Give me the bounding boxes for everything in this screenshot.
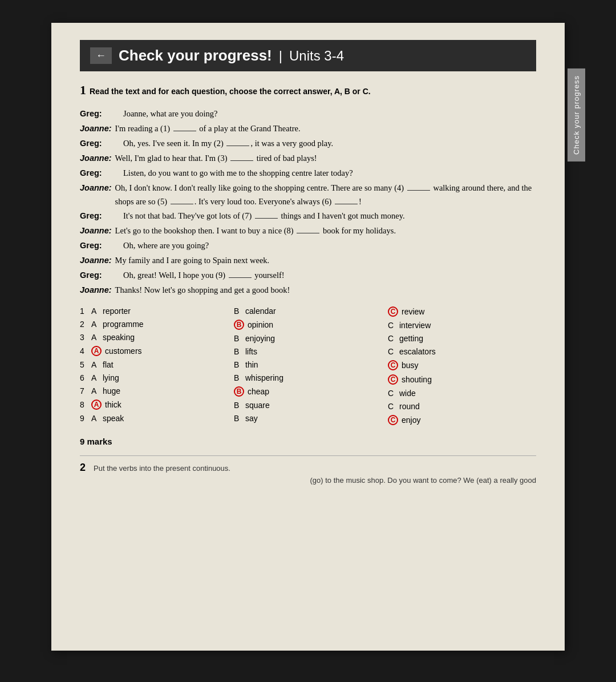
answer-row: C interview bbox=[388, 320, 536, 331]
dialogue: Greg: Joanne, what are you doing? Joanne… bbox=[80, 107, 536, 297]
dialogue-line: Joanne: Let's go to the bookshop then. I… bbox=[80, 224, 536, 238]
line-text: Thanks! Now let's go shopping and get a … bbox=[115, 284, 290, 297]
dialogue-line: Joanne: Well, I'm glad to hear that. I'm… bbox=[80, 152, 536, 166]
answer-row: C enjoy bbox=[388, 414, 536, 426]
speaker-greg: Greg: bbox=[80, 137, 120, 151]
dialogue-line: Greg: Oh, yes. I've seen it. In my (2) ,… bbox=[80, 137, 536, 151]
section1: 1 Read the text and for each question, c… bbox=[80, 83, 536, 446]
answer-row: 7 A huge bbox=[80, 385, 228, 397]
answer-row: C getting bbox=[388, 333, 536, 344]
circle-mark: B bbox=[234, 320, 244, 330]
circle-mark: C bbox=[388, 306, 398, 317]
section2-bottom-right: (go) to the music shop. Do you want to c… bbox=[310, 476, 536, 485]
dialogue-line: Joanne: Thanks! Now let's go shopping an… bbox=[80, 284, 536, 297]
dialogue-line: Joanne: My family and I are going to Spa… bbox=[80, 254, 536, 268]
answer-row: B whispering bbox=[234, 372, 382, 384]
answer-row: 1 A reporter bbox=[80, 305, 228, 317]
section2: 2 Put the verbs into the present continu… bbox=[80, 455, 536, 485]
answers-col1: 1 A reporter 2 A programme 3 A speaking … bbox=[80, 305, 228, 426]
answer-row: 6 A lying bbox=[80, 372, 228, 384]
speaker-joanne: Joanne: bbox=[80, 181, 112, 209]
dialogue-line: Greg: Joanne, what are you doing? bbox=[80, 107, 536, 121]
answer-row: B calendar bbox=[234, 305, 382, 317]
circle-mark: B bbox=[234, 386, 244, 397]
section2-number: 2 bbox=[80, 462, 86, 474]
page: Check your progress ← Check your progres… bbox=[51, 23, 565, 651]
answer-row: C wide bbox=[388, 388, 536, 399]
line-text: Oh, great! Well, I hope you (9) yourself… bbox=[123, 269, 285, 283]
answer-row: B cheap bbox=[234, 385, 382, 398]
speaker-joanne: Joanne: bbox=[80, 284, 112, 297]
answer-row: 3 A speaking bbox=[80, 332, 228, 343]
answer-row: B thin bbox=[234, 359, 382, 370]
dialogue-line: Greg: Listen, do you want to go with me … bbox=[80, 167, 536, 180]
speaker-joanne: Joanne: bbox=[80, 152, 112, 166]
answer-row: C review bbox=[388, 305, 536, 318]
side-tab: Check your progress bbox=[568, 68, 585, 162]
dialogue-line: Joanne: I'm reading a (1) of a play at t… bbox=[80, 122, 536, 136]
header-title-bold: Check your progress! bbox=[119, 47, 272, 64]
speaker-greg: Greg: bbox=[80, 107, 120, 121]
line-text: Listen, do you want to go with me to the… bbox=[123, 167, 353, 180]
answer-row: 9 A speak bbox=[80, 413, 228, 424]
speaker-joanne: Joanne: bbox=[80, 254, 112, 268]
speaker-joanne: Joanne: bbox=[80, 224, 112, 238]
speaker-greg: Greg: bbox=[80, 167, 120, 180]
answer-row: B enjoying bbox=[234, 333, 382, 344]
answer-row: C shouting bbox=[388, 373, 536, 386]
line-text: Oh, where are you going? bbox=[123, 239, 209, 253]
line-text: My family and I are going to Spain next … bbox=[115, 254, 270, 268]
line-text: Oh, yes. I've seen it. In my (2) , it wa… bbox=[123, 137, 333, 151]
circle-mark: A bbox=[91, 399, 102, 410]
answers-col3: C review C interview C getting C escalat… bbox=[388, 305, 536, 426]
circle-mark: A bbox=[91, 346, 102, 356]
dialogue-line: Joanne: Oh, I don't know. I don't really… bbox=[80, 181, 536, 209]
answer-row: 2 A programme bbox=[80, 318, 228, 330]
answer-row: 8 A thick bbox=[80, 398, 228, 411]
answers-section: 1 A reporter 2 A programme 3 A speaking … bbox=[80, 305, 536, 426]
marks: 9 marks bbox=[80, 437, 536, 446]
answer-row: C round bbox=[388, 401, 536, 412]
header-bar: ← Check your progress! | Units 3-4 bbox=[80, 40, 536, 71]
answers-col2: B calendar B opinion B enjoying B lifts … bbox=[234, 305, 382, 426]
answer-row: B opinion bbox=[234, 318, 382, 331]
answer-row: B square bbox=[234, 399, 382, 411]
answer-row: C escalators bbox=[388, 346, 536, 357]
answer-row: 5 A flat bbox=[80, 359, 228, 370]
section1-number: 1 bbox=[80, 83, 86, 98]
speaker-joanne: Joanne: bbox=[80, 122, 112, 136]
line-text: Oh, I don't know. I don't really like go… bbox=[115, 181, 536, 209]
back-arrow[interactable]: ← bbox=[90, 47, 112, 64]
speaker-greg: Greg: bbox=[80, 239, 120, 253]
answer-row: C busy bbox=[388, 359, 536, 372]
line-text: Let's go to the bookshop then. I want to… bbox=[115, 224, 396, 238]
speaker-greg: Greg: bbox=[80, 269, 120, 283]
section2-instruction: Put the verbs into the present continuou… bbox=[94, 464, 230, 473]
section1-instruction: Read the text and for each question, cho… bbox=[90, 87, 371, 96]
circle-mark: C bbox=[388, 360, 398, 370]
dialogue-line: Greg: It's not that bad. They've got lot… bbox=[80, 209, 536, 223]
circle-mark: C bbox=[388, 374, 398, 385]
dialogue-line: Greg: Oh, great! Well, I hope you (9) yo… bbox=[80, 269, 536, 283]
speaker-greg: Greg: bbox=[80, 209, 120, 223]
line-text: It's not that bad. They've got lots of (… bbox=[123, 209, 405, 223]
dialogue-line: Greg: Oh, where are you going? bbox=[80, 239, 536, 253]
answer-row: 4 A customers bbox=[80, 345, 228, 357]
answer-row: B say bbox=[234, 413, 382, 424]
header-title-separator: | bbox=[279, 48, 282, 64]
header-title-normal: Units 3-4 bbox=[289, 48, 344, 64]
answer-row: B lifts bbox=[234, 346, 382, 357]
line-text: Joanne, what are you doing? bbox=[123, 107, 218, 121]
circle-mark: C bbox=[388, 415, 398, 425]
line-text: Well, I'm glad to hear that. I'm (3) tir… bbox=[115, 152, 317, 166]
line-text: I'm reading a (1) of a play at the Grand… bbox=[115, 122, 301, 136]
